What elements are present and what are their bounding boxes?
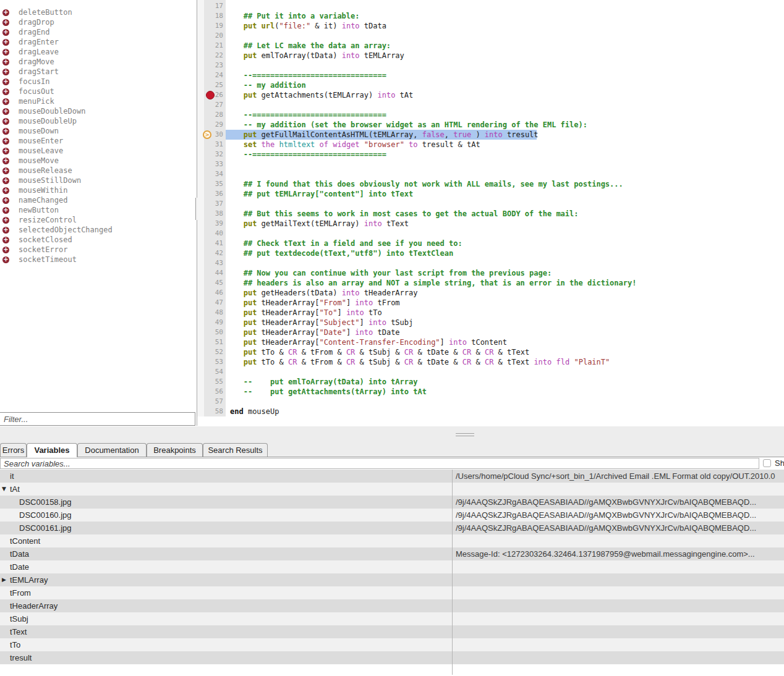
- line-number[interactable]: 24: [204, 70, 226, 80]
- line-number[interactable]: 52: [204, 347, 226, 357]
- line-number[interactable]: 29: [204, 120, 226, 130]
- horizontal-splitter-handle[interactable]: [456, 433, 474, 436]
- handler-item-dragEnd[interactable]: +dragEnd: [0, 27, 197, 37]
- line-number[interactable]: 50: [204, 327, 226, 337]
- line-number[interactable]: 42: [204, 248, 226, 258]
- variable-row-tText[interactable]: tText: [0, 625, 784, 638]
- variable-row-DSC00158.jpg[interactable]: DSC00158.jpg/9j/4AAQSkZJRgABAQEASABIAAD/…: [0, 496, 784, 509]
- line-number[interactable]: 40: [204, 229, 226, 239]
- handler-item-focusOut[interactable]: +focusOut: [0, 87, 197, 96]
- handler-item-dragDrop[interactable]: +dragDrop: [0, 17, 197, 27]
- handler-item-nameChanged[interactable]: +nameChanged: [0, 195, 197, 205]
- add-handler-icon[interactable]: +: [2, 108, 9, 115]
- line-number[interactable]: 41: [204, 239, 226, 248]
- code-line-35[interactable]: ## I found that this does obviously not …: [230, 179, 636, 189]
- add-handler-icon[interactable]: +: [2, 9, 9, 16]
- code-line-49[interactable]: put tHeaderArray["Subject"] into tSubj: [230, 318, 636, 327]
- breakpoint-icon[interactable]: [206, 91, 215, 99]
- variable-row-DSC00161.jpg[interactable]: DSC00161.jpg/9j/4AAQSkZJRgABAQEASABIAAD/…: [0, 522, 784, 534]
- variable-row-tHeaderArray[interactable]: tHeaderArray: [0, 599, 784, 612]
- tab-search-results[interactable]: Search Results: [203, 443, 268, 457]
- show-globals-checkbox[interactable]: [763, 459, 771, 467]
- variable-row-tAt[interactable]: ▼tAt: [0, 483, 784, 496]
- execution-pointer-icon[interactable]: >: [203, 130, 211, 139]
- breakpoint-margin[interactable]: [197, 0, 204, 416]
- line-number[interactable]: 39: [204, 219, 226, 229]
- line-number[interactable]: 46: [204, 288, 226, 298]
- code-line-28[interactable]: --==============================: [230, 110, 636, 120]
- handler-item-mouseDoubleDown[interactable]: +mouseDoubleDown: [0, 106, 197, 116]
- code-line-32[interactable]: --==============================: [230, 150, 636, 159]
- expand-arrow-icon[interactable]: ▶: [2, 573, 6, 586]
- handler-item-selectedObjectChanged[interactable]: +selectedObjectChanged: [0, 225, 197, 235]
- script-editor[interactable]: 1718192021222324252627282930313233343536…: [197, 0, 784, 426]
- code-line-21[interactable]: ## Let LC make the data an array:: [230, 41, 636, 51]
- code-line-31[interactable]: set the htmltext of widget "browser" to …: [230, 140, 636, 150]
- handler-item-menuPick[interactable]: +menuPick: [0, 96, 197, 106]
- code-line-45[interactable]: ## headers is also an array and NOT a si…: [230, 278, 636, 288]
- line-number[interactable]: 19: [204, 21, 226, 31]
- code-line-58[interactable]: end mouseUp: [230, 407, 636, 416]
- add-handler-icon[interactable]: +: [2, 158, 9, 164]
- line-number[interactable]: 53: [204, 357, 226, 367]
- code-line-36[interactable]: ## put tEMLArray["content"] into tText: [230, 189, 636, 199]
- code-line-27[interactable]: [230, 100, 636, 110]
- add-handler-icon[interactable]: +: [2, 217, 9, 224]
- variable-row-tDate[interactable]: tDate: [0, 560, 784, 573]
- code-line-19[interactable]: put url("file:" & it) into tData: [230, 21, 636, 31]
- code-line-23[interactable]: [230, 61, 636, 70]
- code-line-55[interactable]: -- put emlToArray(tData) into tArray: [230, 377, 636, 387]
- handler-item-mouseDoubleUp[interactable]: +mouseDoubleUp: [0, 116, 197, 126]
- add-handler-icon[interactable]: +: [2, 69, 9, 75]
- add-handler-icon[interactable]: +: [2, 148, 9, 154]
- code-line-26[interactable]: put getAttachments(tEMLArray) into tAt: [230, 90, 636, 100]
- variable-row-tresult[interactable]: tresult: [0, 651, 784, 664]
- add-handler-icon[interactable]: +: [2, 29, 9, 36]
- variable-row-tFrom[interactable]: tFrom: [0, 586, 784, 599]
- add-handler-icon[interactable]: +: [2, 19, 9, 26]
- code-line-50[interactable]: put tHeaderArray["Date"] into tDate: [230, 327, 636, 337]
- code-line-25[interactable]: -- my addition: [230, 80, 636, 90]
- add-handler-icon[interactable]: +: [2, 128, 9, 135]
- line-number[interactable]: 25: [204, 80, 226, 90]
- code-line-37[interactable]: [230, 199, 636, 209]
- handler-item-mouseDown[interactable]: +mouseDown: [0, 126, 197, 136]
- add-handler-icon[interactable]: +: [2, 207, 9, 214]
- handler-item-mouseEnter[interactable]: +mouseEnter: [0, 136, 197, 146]
- code-line-42[interactable]: ## put textdecode(tText,"utf8") into tTe…: [230, 248, 636, 258]
- code-line-24[interactable]: --==============================: [230, 70, 636, 80]
- add-handler-icon[interactable]: +: [2, 247, 9, 253]
- line-number[interactable]: 44: [204, 268, 226, 278]
- tab-variables[interactable]: Variables: [27, 443, 77, 457]
- code-line-57[interactable]: [230, 397, 636, 407]
- line-number[interactable]: 37: [204, 199, 226, 209]
- line-number[interactable]: 23: [204, 61, 226, 70]
- line-number[interactable]: 32: [204, 150, 226, 159]
- variable-row-it[interactable]: it/Users/home/pCloud Sync/+sort_bin_1/Ar…: [0, 470, 784, 483]
- code-line-20[interactable]: [230, 31, 636, 41]
- handler-item-mouseLeave[interactable]: +mouseLeave: [0, 146, 197, 156]
- code-line-41[interactable]: ## Check tText in a field and see if you…: [230, 239, 636, 248]
- add-handler-icon[interactable]: +: [2, 256, 9, 263]
- line-number[interactable]: 48: [204, 308, 226, 318]
- code-line-39[interactable]: put getMailText(tEMLArray) into tText: [230, 219, 636, 229]
- line-number[interactable]: 58: [204, 407, 226, 416]
- add-handler-icon[interactable]: +: [2, 39, 9, 46]
- add-handler-icon[interactable]: +: [2, 49, 9, 56]
- handler-item-dragLeave[interactable]: +dragLeave: [0, 47, 197, 57]
- code-line-18[interactable]: ## Put it into a variable:: [230, 11, 636, 21]
- code-line-48[interactable]: put tHeaderArray["To"] into tTo: [230, 308, 636, 318]
- add-handler-icon[interactable]: +: [2, 138, 9, 145]
- add-handler-icon[interactable]: +: [2, 78, 9, 85]
- code-line-44[interactable]: ## Now you can continue with your last s…: [230, 268, 636, 278]
- handler-item-socketClosed[interactable]: +socketClosed: [0, 235, 197, 245]
- line-number[interactable]: 54: [204, 367, 226, 377]
- tab-errors[interactable]: Errors: [0, 443, 27, 457]
- variable-row-tEMLArray[interactable]: ▶tEMLArray: [0, 573, 784, 586]
- add-handler-icon[interactable]: +: [2, 118, 9, 125]
- line-number[interactable]: 22: [204, 51, 226, 61]
- add-handler-icon[interactable]: +: [2, 237, 9, 243]
- variable-row-tData[interactable]: tDataMessage-Id: <1272303264.32464.13719…: [0, 547, 784, 560]
- code-line-33[interactable]: [230, 159, 636, 169]
- code-line-34[interactable]: [230, 169, 636, 179]
